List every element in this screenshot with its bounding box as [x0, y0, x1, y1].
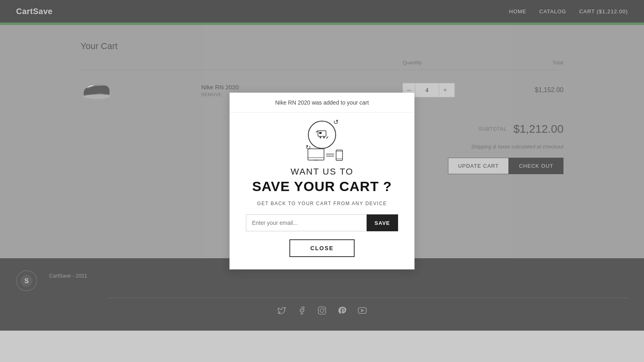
modal-title-big: SAVE YOUR CART ? [252, 179, 392, 194]
svg-rect-12 [308, 149, 324, 160]
cart-icon-svg [316, 130, 328, 140]
cart-save-icon [308, 121, 336, 149]
svg-point-10 [320, 137, 321, 138]
modal-body: WANT US TO SAVE YOUR CART ? GET BACK TO … [230, 113, 414, 269]
svg-point-11 [323, 137, 325, 138]
modal-title-small: WANT US TO [291, 167, 353, 177]
modal-notification: Nike RN 2020 was added to your cart [230, 93, 414, 113]
save-cart-modal: Nike RN 2020 was added to your cart [229, 93, 415, 269]
modal-subtitle: GET BACK TO YOUR CART FROM ANY DEVICE [257, 201, 387, 206]
close-button[interactable]: CLOSE [289, 239, 355, 257]
modal-overlay: Nike RN 2020 was added to your cart [0, 0, 644, 362]
save-button[interactable]: SAVE [367, 214, 398, 231]
email-input[interactable] [246, 214, 367, 231]
modal-form: SAVE [246, 214, 398, 231]
svg-rect-9 [319, 132, 322, 134]
device-icons [306, 148, 338, 160]
